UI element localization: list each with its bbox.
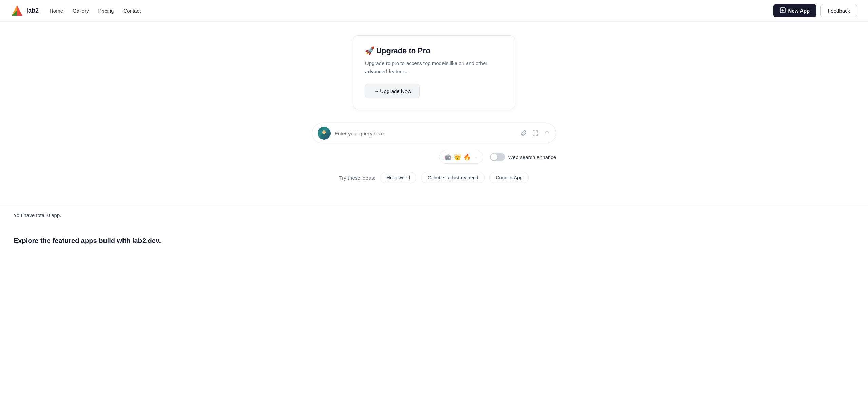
nav-links: Home Gallery Pricing Contact (50, 8, 141, 14)
ideas-row: Try these ideas: Hello world Github star… (339, 172, 529, 183)
upgrade-description: Upgrade to pro to access top models like… (365, 59, 503, 76)
avatar-icon (319, 128, 329, 138)
idea-chip-counter[interactable]: Counter App (489, 172, 529, 183)
main-content: 🚀 Upgrade to Pro Upgrade to pro to acces… (0, 22, 868, 204)
apps-section: You have total 0 app. (0, 204, 868, 234)
idea-chip-hello-world[interactable]: Hello world (380, 172, 416, 183)
input-icons (521, 130, 550, 137)
featured-heading: Explore the featured apps build with lab… (0, 237, 868, 245)
web-search-toggle[interactable] (490, 153, 505, 161)
expand-icon (532, 130, 539, 137)
new-app-icon (780, 7, 786, 14)
expand-button[interactable] (532, 130, 539, 137)
nav-home[interactable]: Home (50, 8, 63, 14)
navbar: lab2 Home Gallery Pricing Contact New Ap… (0, 0, 868, 22)
new-app-button[interactable]: New App (773, 4, 817, 17)
idea-chip-github[interactable]: Github star history trend (421, 172, 485, 183)
paperclip-icon (521, 130, 527, 137)
web-search-toggle-wrap: Web search enhance (490, 153, 556, 161)
model-chevron-icon: ⌄ (474, 154, 478, 160)
nav-contact[interactable]: Contact (123, 8, 141, 14)
nav-gallery[interactable]: Gallery (73, 8, 89, 14)
query-input-row (312, 123, 556, 143)
submit-button[interactable] (544, 130, 550, 137)
model-icon-fire: 🔥 (463, 153, 471, 161)
submit-icon (544, 130, 550, 137)
upgrade-card: 🚀 Upgrade to Pro Upgrade to pro to acces… (353, 35, 515, 109)
upgrade-title: 🚀 Upgrade to Pro (365, 46, 503, 55)
svg-marker-1 (17, 5, 22, 16)
query-container (312, 123, 556, 143)
web-search-label: Web search enhance (508, 154, 556, 160)
brand-name: lab2 (26, 7, 39, 14)
logo[interactable]: lab2 (11, 5, 39, 17)
new-app-label: New App (788, 8, 810, 14)
query-input[interactable] (335, 130, 516, 136)
model-icon-gpt: 🤖 (444, 153, 452, 161)
toggle-knob (491, 154, 497, 160)
attach-button[interactable] (521, 130, 527, 137)
model-selector[interactable]: 🤖 👑 🔥 ⌄ (439, 150, 483, 164)
toolbar-row: 🤖 👑 🔥 ⌄ Web search enhance (312, 150, 556, 164)
model-icon-crown: 👑 (454, 153, 461, 161)
svg-point-4 (322, 130, 326, 134)
nav-pricing[interactable]: Pricing (98, 8, 114, 14)
apps-total: You have total 0 app. (14, 212, 854, 218)
ideas-label: Try these ideas: (339, 175, 375, 181)
feedback-button[interactable]: Feedback (820, 4, 857, 17)
logo-icon (11, 5, 23, 17)
navbar-actions: New App Feedback (773, 4, 857, 17)
upgrade-now-button[interactable]: → Upgrade Now (365, 84, 420, 98)
user-avatar (318, 127, 331, 140)
